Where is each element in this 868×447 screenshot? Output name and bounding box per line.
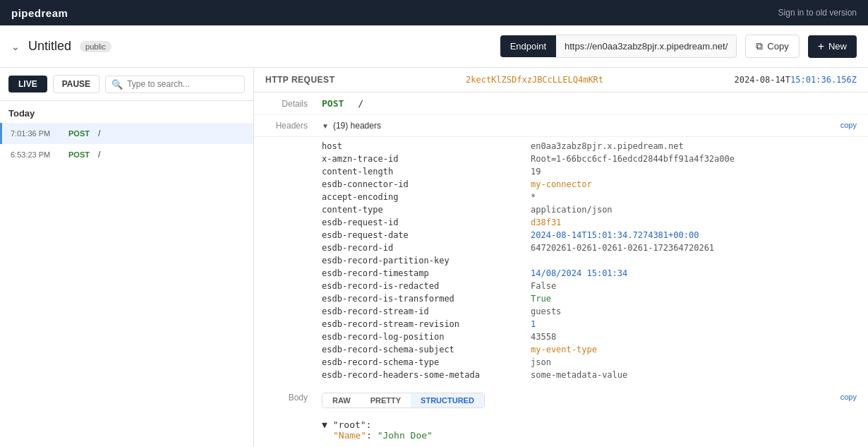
headers-copy-link[interactable]: copy — [840, 121, 857, 129]
body-line: "Name": "John Doe" — [322, 430, 857, 441]
header-bar: ⌄ Untitled public Endpoint https://en0aa… — [0, 25, 868, 68]
live-button[interactable]: LIVE — [8, 76, 47, 93]
log-method: POST — [68, 150, 91, 159]
header-entry: content-type application/json — [322, 203, 857, 216]
body-label: Body — [265, 393, 308, 403]
header-entry: esdb-record-schema-type json — [322, 356, 857, 369]
request-id: 2kectKlZSDfxzJBCcLLELQ4mKRt — [342, 75, 727, 85]
request-path: / — [358, 98, 363, 109]
headers-count: (19) headers — [333, 121, 381, 131]
header-entry: esdb-record-is-redacted False — [322, 280, 857, 292]
body-tabs: RAW PRETTY STRUCTURED — [322, 393, 485, 408]
headers-label: Headers — [265, 121, 308, 131]
header-entry: x-amzn-trace-id Root=1-66bcc6cf-16edcd28… — [322, 153, 857, 165]
new-label: New — [828, 41, 847, 52]
copy-icon: ⧉ — [756, 40, 763, 52]
headers-table: host en0aa3zabz8pjr.x.pipedream.net x-am… — [322, 140, 857, 381]
endpoint-label: Endpoint — [500, 35, 556, 57]
main-layout: LIVE PAUSE 🔍 Today 7:01:36 PM POST / 6:5… — [0, 68, 868, 447]
log-path: / — [98, 150, 100, 160]
log-time: 6:53:23 PM — [11, 150, 61, 159]
log-method: POST — [68, 129, 91, 138]
details-row: Details POST / — [254, 93, 868, 115]
details-label: Details — [265, 99, 308, 109]
header-entry: accept-encoding * — [322, 191, 857, 203]
body-content: ▼ "root": "Name": "John Doe" — [322, 419, 857, 441]
left-panel: LIVE PAUSE 🔍 Today 7:01:36 PM POST / 6:5… — [0, 68, 254, 447]
header-entry: esdb-record-stream-id guests — [322, 305, 857, 318]
header-entry: esdb-record-stream-revision 1 — [322, 318, 857, 330]
header-entry: esdb-record-log-position 43558 — [322, 330, 857, 343]
pause-button[interactable]: PAUSE — [53, 75, 100, 93]
log-path: / — [98, 129, 100, 138]
log-item[interactable]: 6:53:23 PM POST / — [0, 144, 253, 165]
search-icon: 🔍 — [111, 79, 123, 90]
endpoint-url: https://en0aa3zabz8pjr.x.pipedream.net/ — [556, 35, 737, 58]
body-copy-link[interactable]: copy — [840, 393, 857, 401]
tab-pretty[interactable]: PRETTY — [361, 393, 411, 407]
copy-label: Copy — [767, 41, 788, 52]
top-navbar: pipedream Sign in to old version — [0, 0, 868, 25]
chevron-down-icon[interactable]: ⌄ — [11, 41, 20, 52]
header-entry: esdb-record-is-transformed True — [322, 292, 857, 305]
left-toolbar: LIVE PAUSE 🔍 — [0, 68, 253, 101]
plus-icon: + — [818, 40, 824, 53]
header-entry: content-length 19 — [322, 165, 857, 178]
new-button[interactable]: + New — [808, 35, 857, 58]
visibility-badge: public — [80, 41, 111, 52]
page-title: Untitled — [28, 39, 71, 54]
request-timestamp: 2024-08-14T15:01:36.156Z — [735, 75, 857, 85]
search-input[interactable] — [127, 79, 239, 89]
headers-row: Headers ▼ (19) headers copy — [254, 115, 868, 137]
brand-logo: pipedream — [11, 7, 68, 19]
tab-structured[interactable]: STRUCTURED — [411, 393, 484, 407]
http-request-label: HTTP REQUEST — [265, 75, 334, 85]
triangle-down-icon: ▼ — [322, 122, 329, 130]
header-entry: esdb-request-date 2024-08-14T15:01:34.72… — [322, 229, 857, 242]
body-line: ▼ "root": — [322, 419, 857, 430]
search-box: 🔍 — [105, 76, 245, 93]
header-entry: esdb-record-timestamp 14/08/2024 15:01:3… — [322, 267, 857, 280]
body-row: Body RAW PRETTY STRUCTURED copy — [254, 387, 868, 414]
header-entry: host en0aa3zabz8pjr.x.pipedream.net — [322, 140, 857, 153]
log-item[interactable]: 7:01:36 PM POST / — [0, 123, 253, 144]
right-panel: HTTP REQUEST 2kectKlZSDfxzJBCcLLELQ4mKRt… — [254, 68, 868, 447]
header-entry: esdb-record-partition-key — [322, 254, 857, 267]
header-entry: esdb-record-headers-some-metada some-met… — [322, 369, 857, 381]
headers-toggle[interactable]: ▼ (19) headers — [322, 121, 826, 131]
tab-raw[interactable]: RAW — [323, 393, 361, 407]
log-time: 7:01:36 PM — [11, 129, 61, 138]
copy-button[interactable]: ⧉ Copy — [745, 35, 799, 58]
header-entry: esdb-connector-id my-connector — [322, 178, 857, 191]
http-method: POST — [322, 98, 344, 109]
header-entry: esdb-record-id 64720261-0261-0261-0261-1… — [322, 242, 857, 254]
endpoint-group: Endpoint https://en0aa3zabz8pjr.x.pipedr… — [500, 35, 737, 58]
header-entry: esdb-request-id d38f31 — [322, 216, 857, 229]
request-header: HTTP REQUEST 2kectKlZSDfxzJBCcLLELQ4mKRt… — [254, 68, 868, 93]
today-label: Today — [0, 101, 253, 123]
sign-in-link[interactable]: Sign in to old version — [778, 8, 857, 18]
header-entry: esdb-record-schema-subject my-event-type — [322, 343, 857, 356]
